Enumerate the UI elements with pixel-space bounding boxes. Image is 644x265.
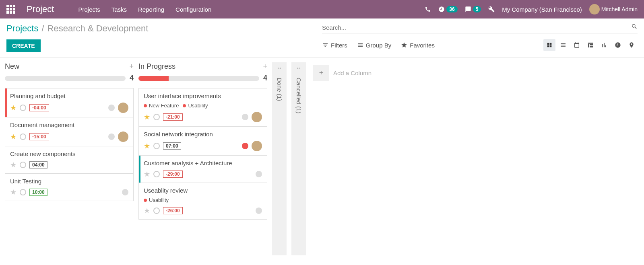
kanban-state-icon[interactable] bbox=[242, 143, 248, 149]
clock-icon[interactable] bbox=[153, 207, 160, 214]
folded-column-title: Done (1) bbox=[276, 76, 283, 101]
kanban-card[interactable]: Create new components ★ 04:00 bbox=[5, 146, 134, 174]
quick-create-icon[interactable]: + bbox=[129, 62, 134, 71]
task-tag: Usability bbox=[144, 197, 169, 203]
priority-star-icon[interactable]: ★ bbox=[10, 188, 17, 197]
app-brand[interactable]: Project bbox=[27, 4, 54, 14]
card-color-bar bbox=[5, 88, 7, 117]
priority-star-icon[interactable]: ★ bbox=[144, 113, 150, 121]
activity-icon[interactable]: 36 bbox=[438, 6, 457, 12]
time-remaining-badge: -04:00 bbox=[29, 104, 49, 111]
clock-icon[interactable] bbox=[153, 171, 160, 177]
column-progress-bar[interactable] bbox=[138, 76, 259, 81]
task-tag: Usability bbox=[183, 103, 208, 109]
kanban-card[interactable]: Useablity review Usability ★ -26:00 bbox=[138, 183, 267, 220]
task-title: User interface improvements bbox=[144, 92, 262, 99]
task-title: Customer analysis + Architecture bbox=[144, 160, 262, 166]
kanban-card[interactable]: Document management ★ -15:00 bbox=[5, 117, 134, 146]
breadcrumb-root[interactable]: Projects bbox=[6, 23, 38, 34]
kanban-card[interactable]: Unit Testing ★ 10:00 bbox=[5, 174, 134, 201]
view-activity-icon[interactable] bbox=[612, 39, 624, 51]
assignee-avatar[interactable] bbox=[118, 131, 128, 142]
favorites-button[interactable]: Favorites bbox=[401, 42, 435, 49]
task-title: Document management bbox=[10, 121, 128, 128]
assignee-avatar[interactable] bbox=[118, 103, 128, 113]
company-switcher[interactable]: My Company (San Francisco) bbox=[502, 6, 582, 13]
view-graph-icon[interactable] bbox=[598, 39, 610, 51]
time-remaining-badge: 04:00 bbox=[29, 161, 47, 168]
view-calendar-icon[interactable] bbox=[571, 39, 583, 51]
add-column-label[interactable]: Add a Column bbox=[333, 70, 372, 76]
priority-star-icon[interactable]: ★ bbox=[144, 206, 150, 215]
card-color-bar bbox=[139, 156, 140, 183]
priority-star-icon[interactable]: ★ bbox=[10, 103, 17, 112]
user-avatar bbox=[589, 4, 600, 14]
folded-column[interactable]: ↔Cancelled (1) bbox=[291, 62, 306, 255]
time-remaining-badge: 07:00 bbox=[163, 142, 181, 150]
column-count: 4 bbox=[263, 74, 267, 82]
kanban-state-icon[interactable] bbox=[242, 114, 248, 120]
view-list-icon[interactable] bbox=[557, 39, 569, 51]
kanban-column: New + 4 Planning and budget ★ -04:00 bbox=[5, 62, 134, 201]
kanban-state-icon[interactable] bbox=[256, 171, 262, 177]
assignee-avatar[interactable] bbox=[252, 141, 262, 151]
groupby-button[interactable]: Group By bbox=[357, 42, 391, 49]
add-column-button[interactable]: + bbox=[313, 65, 329, 81]
nav-configuration[interactable]: Configuration bbox=[175, 6, 211, 13]
kanban-state-icon[interactable] bbox=[108, 105, 115, 111]
kanban-state-icon[interactable] bbox=[122, 189, 128, 195]
view-pivot-icon[interactable] bbox=[584, 39, 597, 51]
column-progress-bar[interactable] bbox=[5, 76, 126, 81]
kanban-state-icon[interactable] bbox=[108, 134, 115, 140]
priority-star-icon[interactable]: ★ bbox=[10, 132, 17, 141]
task-title: Create new components bbox=[10, 150, 128, 157]
quick-create-icon[interactable]: + bbox=[263, 62, 267, 71]
user-menu[interactable]: Mitchell Admin bbox=[589, 4, 638, 14]
debug-icon[interactable] bbox=[488, 6, 495, 12]
priority-star-icon[interactable]: ★ bbox=[10, 160, 17, 169]
expand-icon: ↔ bbox=[277, 65, 282, 71]
view-kanban-icon[interactable] bbox=[543, 39, 555, 51]
time-remaining-badge: -15:00 bbox=[29, 133, 49, 140]
assignee-avatar[interactable] bbox=[252, 112, 262, 122]
apps-icon[interactable] bbox=[6, 5, 15, 14]
folded-column[interactable]: ↔Done (1) bbox=[272, 62, 287, 255]
messages-icon[interactable]: 5 bbox=[465, 6, 481, 12]
kanban-card[interactable]: Social network integration ★ 07:00 bbox=[138, 127, 267, 156]
search-icon[interactable] bbox=[631, 23, 638, 31]
clock-icon[interactable] bbox=[153, 143, 160, 149]
breadcrumb: Projects / Research & Development bbox=[6, 23, 322, 34]
task-title: Unit Testing bbox=[10, 178, 128, 185]
kanban-column: In Progress + 4 User interface improveme… bbox=[138, 62, 267, 220]
clock-icon[interactable] bbox=[20, 189, 26, 195]
kanban-card[interactable]: Customer analysis + Architecture ★ -29:0… bbox=[138, 156, 267, 183]
clock-icon[interactable] bbox=[20, 134, 26, 140]
user-name: Mitchell Admin bbox=[601, 6, 638, 12]
create-button[interactable]: CREATE bbox=[6, 39, 41, 52]
tag-dot-icon bbox=[183, 104, 186, 107]
filters-button[interactable]: Filters bbox=[322, 42, 347, 49]
column-title[interactable]: New bbox=[5, 62, 125, 71]
search-input[interactable] bbox=[322, 24, 631, 31]
time-remaining-badge: -26:00 bbox=[163, 207, 183, 214]
time-remaining-badge: -29:00 bbox=[163, 171, 183, 178]
kanban-state-icon[interactable] bbox=[256, 207, 262, 214]
kanban-card[interactable]: User interface improvements New FeatureU… bbox=[138, 88, 267, 127]
clock-icon[interactable] bbox=[153, 114, 160, 120]
priority-star-icon[interactable]: ★ bbox=[144, 170, 150, 179]
column-title[interactable]: In Progress bbox=[138, 62, 259, 71]
task-title: Useablity review bbox=[144, 187, 262, 194]
kanban-card[interactable]: Planning and budget ★ -04:00 bbox=[5, 88, 134, 117]
view-map-icon[interactable] bbox=[625, 39, 638, 51]
tag-dot-icon bbox=[144, 104, 147, 107]
nav-tasks[interactable]: Tasks bbox=[111, 6, 127, 13]
expand-icon: ↔ bbox=[296, 65, 301, 71]
clock-icon[interactable] bbox=[20, 105, 26, 111]
time-remaining-badge: -21:00 bbox=[163, 113, 183, 121]
priority-star-icon[interactable]: ★ bbox=[144, 142, 150, 150]
phone-icon[interactable] bbox=[425, 6, 431, 12]
nav-reporting[interactable]: Reporting bbox=[138, 6, 164, 13]
tag-dot-icon bbox=[144, 199, 147, 202]
clock-icon[interactable] bbox=[20, 162, 26, 168]
nav-projects[interactable]: Projects bbox=[78, 6, 100, 13]
